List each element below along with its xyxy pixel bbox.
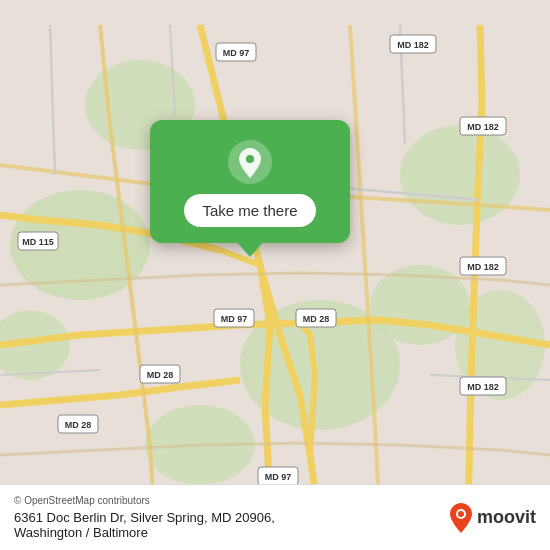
moovit-brand-text: moovit xyxy=(477,507,536,528)
map-container: MD 97 MD 182 MD 182 MD 182 MD 182 MD 115… xyxy=(0,0,550,550)
bottom-bar: © OpenStreetMap contributors 6361 Doc Be… xyxy=(0,484,550,550)
location-pin-icon xyxy=(228,140,272,184)
moovit-pin-icon xyxy=(449,503,473,533)
location-popup[interactable]: Take me there xyxy=(150,120,350,243)
svg-point-41 xyxy=(458,511,464,517)
moovit-logo: moovit xyxy=(449,503,536,533)
svg-point-39 xyxy=(246,155,254,163)
address-info: © OpenStreetMap contributors 6361 Doc Be… xyxy=(14,495,275,540)
take-me-there-button[interactable]: Take me there xyxy=(184,194,315,227)
address-line1: 6361 Doc Berlin Dr, Silver Spring, MD 20… xyxy=(14,510,275,525)
osm-credit: © OpenStreetMap contributors xyxy=(14,495,275,506)
address-line2: Washington / Baltimore xyxy=(14,525,275,540)
